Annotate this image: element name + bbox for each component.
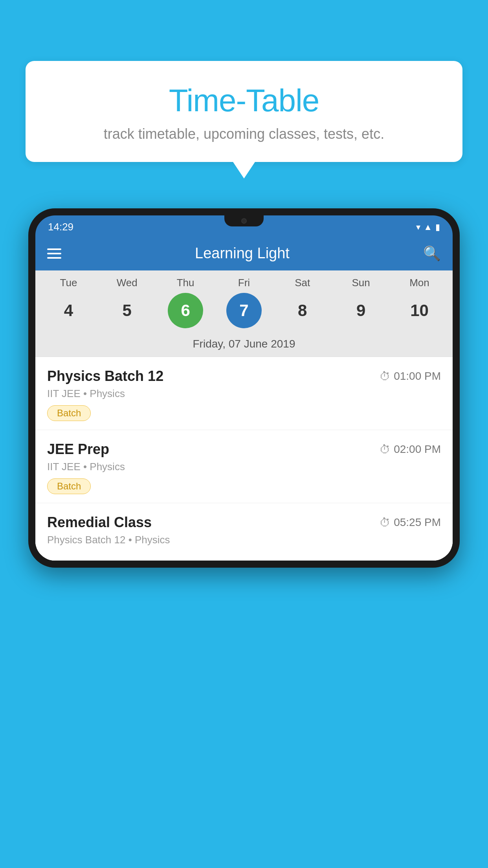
camera-dot: [241, 218, 247, 224]
day-5[interactable]: 5: [109, 293, 145, 328]
day-header-tue: Tue: [51, 277, 86, 289]
status-icons: ▾ ▲ ▮: [416, 222, 440, 232]
day-header-sat: Sat: [285, 277, 320, 289]
day-8[interactable]: 8: [285, 293, 320, 328]
schedule-item-1-sub: IIT JEE • Physics: [47, 388, 441, 400]
calendar-strip: Tue Wed Thu Fri Sat Sun Mon 4 5 6 7 8 9 …: [35, 270, 453, 357]
signal-icon: ▲: [424, 222, 432, 232]
schedule-item-2-header: JEE Prep ⏱ 02:00 PM: [47, 441, 441, 458]
phone-notch: [224, 215, 264, 226]
schedule-item-2-sub: IIT JEE • Physics: [47, 461, 441, 473]
schedule-item-3-header: Remedial Class ⏱ 05:25 PM: [47, 514, 441, 531]
speech-bubble-container: Time-Table track timetable, upcoming cla…: [26, 61, 462, 178]
app-header: Learning Light 🔍: [35, 236, 453, 270]
clock-icon-3: ⏱: [380, 516, 391, 529]
schedule-item-1-time: ⏱ 01:00 PM: [380, 370, 441, 383]
day-header-wed: Wed: [109, 277, 145, 289]
batch-badge-1: Batch: [47, 405, 91, 421]
schedule-item-2[interactable]: JEE Prep ⏱ 02:00 PM IIT JEE • Physics Ba…: [35, 430, 453, 503]
schedule-item-1[interactable]: Physics Batch 12 ⏱ 01:00 PM IIT JEE • Ph…: [35, 357, 453, 430]
day-6-today[interactable]: 6: [168, 293, 203, 328]
schedule-item-3[interactable]: Remedial Class ⏱ 05:25 PM Physics Batch …: [35, 503, 453, 561]
clock-icon-1: ⏱: [380, 370, 391, 383]
schedule-item-1-title: Physics Batch 12: [47, 368, 163, 384]
clock-icon-2: ⏱: [380, 443, 391, 456]
day-9[interactable]: 9: [343, 293, 379, 328]
schedule-list: Physics Batch 12 ⏱ 01:00 PM IIT JEE • Ph…: [35, 357, 453, 561]
schedule-item-2-title: JEE Prep: [47, 441, 109, 458]
day-headers: Tue Wed Thu Fri Sat Sun Mon: [35, 277, 453, 289]
app-title: Learning Light: [195, 245, 290, 262]
day-numbers: 4 5 6 7 8 9 10: [35, 293, 453, 328]
schedule-item-2-time: ⏱ 02:00 PM: [380, 443, 441, 456]
day-header-thu: Thu: [168, 277, 203, 289]
schedule-item-3-sub: Physics Batch 12 • Physics: [47, 534, 441, 546]
speech-bubble-title: Time-Table: [49, 83, 439, 119]
phone-container: 14:29 ▾ ▲ ▮ Learning Light 🔍: [28, 208, 460, 868]
day-header-mon: Mon: [402, 277, 437, 289]
speech-bubble-subtitle: track timetable, upcoming classes, tests…: [49, 126, 439, 142]
schedule-item-3-time: ⏱ 05:25 PM: [380, 516, 441, 529]
phone-frame: 14:29 ▾ ▲ ▮ Learning Light 🔍: [28, 208, 460, 568]
wifi-icon: ▾: [416, 222, 420, 232]
hamburger-menu-button[interactable]: [47, 248, 61, 259]
battery-icon: ▮: [435, 222, 440, 232]
day-header-fri: Fri: [226, 277, 262, 289]
speech-bubble: Time-Table track timetable, upcoming cla…: [26, 61, 462, 162]
speech-bubble-tail: [233, 162, 255, 178]
status-bar: 14:29 ▾ ▲ ▮: [35, 215, 453, 236]
day-header-sun: Sun: [343, 277, 379, 289]
phone-screen: Learning Light 🔍 Tue Wed Thu Fri Sat Sun…: [35, 236, 453, 561]
search-button[interactable]: 🔍: [423, 245, 441, 262]
selected-date-label: Friday, 07 June 2019: [35, 334, 453, 357]
batch-badge-2: Batch: [47, 478, 91, 494]
status-time: 14:29: [48, 221, 73, 233]
day-7-selected[interactable]: 7: [226, 293, 262, 328]
day-4[interactable]: 4: [51, 293, 86, 328]
day-10[interactable]: 10: [402, 293, 437, 328]
schedule-item-3-title: Remedial Class: [47, 514, 152, 531]
schedule-item-1-header: Physics Batch 12 ⏱ 01:00 PM: [47, 368, 441, 384]
